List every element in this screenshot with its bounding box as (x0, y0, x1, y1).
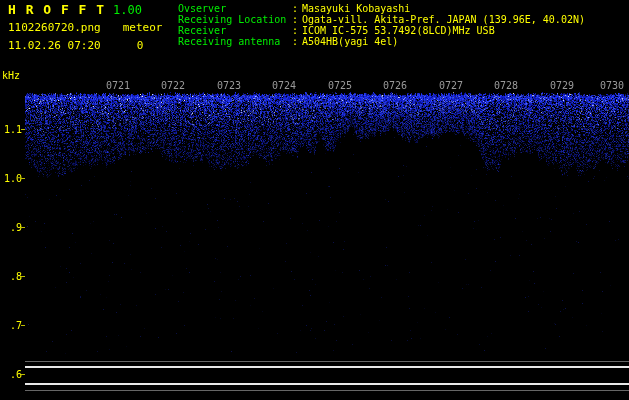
info-separator: : (292, 3, 302, 14)
x-tick-label: 0729 (548, 80, 576, 91)
x-tick-label: 0725 (326, 80, 354, 91)
y-tick-label: 1.0 (2, 173, 22, 184)
date-row: 11.02.26 07:20 0 (8, 39, 143, 52)
info-label: Ovserver (178, 3, 292, 14)
info-value: ICOM IC-575 53.7492(8LCD)MHz USB (302, 25, 495, 36)
y-tick-mark (21, 178, 25, 179)
x-tick-label: 0721 (104, 80, 132, 91)
x-tick-label: 0726 (381, 80, 409, 91)
file-row: 1102260720.png meteor (8, 21, 162, 34)
info-value: A504HB(yagi 4el) (302, 36, 398, 47)
info-label: Receiving Location (178, 14, 292, 25)
info-row-antenna: Receiving antenna : A504HB(yagi 4el) (178, 36, 585, 47)
x-tick-label: 0723 (215, 80, 243, 91)
info-label: Receiving antenna (178, 36, 292, 47)
info-value: Ogata-vill. Akita-Pref. JAPAN (139.96E, … (302, 14, 585, 25)
x-tick-label: 0722 (159, 80, 187, 91)
title-row: H R O F F T 1.00 (8, 2, 142, 17)
app-version: 1.00 (113, 3, 142, 17)
y-tick-label: .8 (2, 271, 22, 282)
output-filename: 1102260720.png (8, 21, 101, 34)
observation-datetime: 11.02.26 07:20 (8, 39, 101, 52)
hrofft-screen: H R O F F T 1.00 1102260720.png meteor 1… (0, 0, 629, 400)
x-tick-label: 0724 (270, 80, 298, 91)
info-separator: : (292, 25, 302, 36)
info-label: Receiver (178, 25, 292, 36)
y-tick-label: .6 (2, 369, 22, 380)
level-line (25, 390, 629, 391)
info-value: Masayuki Kobayashi (302, 3, 410, 14)
info-row-receiver: Receiver : ICOM IC-575 53.7492(8LCD)MHz … (178, 25, 585, 36)
level-line (25, 361, 629, 362)
y-tick-mark (21, 227, 25, 228)
y-axis-unit: kHz (2, 70, 20, 81)
level-line (25, 366, 629, 368)
x-tick-label: 0728 (492, 80, 520, 91)
x-tick-label: 0727 (437, 80, 465, 91)
info-row-location: Receiving Location : Ogata-vill. Akita-P… (178, 14, 585, 25)
y-tick-mark (21, 325, 25, 326)
observation-mode-label: meteor (123, 21, 163, 34)
y-tick-label: 1.1 (2, 124, 22, 135)
x-tick-label: 0730 (598, 80, 626, 91)
station-info: Ovserver : Masayuki Kobayashi Receiving … (178, 3, 585, 47)
app-title: H R O F F T (8, 2, 105, 17)
y-tick-label: .7 (2, 320, 22, 331)
y-tick-mark (21, 129, 25, 130)
y-tick-mark (21, 276, 25, 277)
level-line (25, 383, 629, 385)
y-tick-mark (21, 374, 25, 375)
y-tick-label: .9 (2, 222, 22, 233)
info-separator: : (292, 14, 302, 25)
meteor-count: 0 (137, 39, 144, 52)
spectrogram-canvas (0, 0, 629, 400)
info-separator: : (292, 36, 302, 47)
info-row-observer: Ovserver : Masayuki Kobayashi (178, 3, 585, 14)
